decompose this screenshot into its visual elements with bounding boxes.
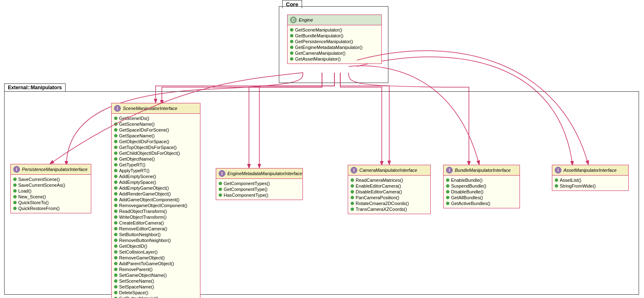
method-item: RemoveParent() (114, 266, 198, 272)
method-item: SetButtonNeighbor() (114, 232, 198, 237)
method-item: EnableBundle() (446, 177, 517, 183)
method-item: AddRenderGameObject() (114, 191, 198, 197)
engine-methods: GetSceneManipulator() GetBundleManipulat… (288, 25, 381, 64)
persistence-manipulator-box: I PersistenceManipulatorInterface SaveCu… (10, 164, 91, 213)
scene-methods: GetSceneIDs() GetSceneName() GetSpaceIDs… (112, 114, 200, 298)
engine-metadata-box: I EngineMetadataManipulatorInterface Get… (216, 168, 303, 200)
bundle-title: BundleManipulatorInterface (455, 168, 511, 173)
method-item: SetGameObjectName() (114, 272, 198, 278)
persistence-methods: SaveCurrentScene() SaveCurrentSceneAs() … (11, 175, 91, 213)
engine-metadata-methods: GetComponentTypes() GetComponentType() H… (216, 179, 302, 200)
method-text: SaveCurrentScene() (18, 177, 60, 182)
engine-class-title: Engine (299, 17, 313, 22)
asset-title: AssetManipulatorInterface (564, 168, 617, 173)
method-item: GetSceneManipulator() (290, 27, 379, 33)
camera-manipulator-box: I CameraManipulatorInterface ReadCameraM… (348, 165, 431, 214)
camera-methods: ReadCameraMatrices() EnableEditorCamera(… (348, 176, 430, 214)
method-item: AddEmptySpace() (114, 179, 198, 185)
method-item: GetSpaceIDsForScene() (114, 127, 198, 133)
method-text: GetSceneManipulator() (295, 27, 342, 32)
asset-manipulator-box: I AssetManipulatorInterface AssetList() … (552, 165, 629, 191)
method-item: GetEngineMetadataManipulator() (290, 44, 379, 50)
method-item: GetCameraManipulator() (290, 50, 379, 56)
method-text: GetEngineMetadataManipulator() (295, 45, 363, 50)
method-item: WriteObjectTransform() (114, 214, 198, 220)
method-dot (290, 40, 293, 43)
method-item: HasComponentType() (219, 192, 300, 198)
diagram-container: Core C Engine GetSceneManipulator() GetB… (0, 0, 644, 298)
method-item: DeleteSpace() (114, 290, 198, 296)
engine-class-box: C Engine GetSceneManipulator() GetBundle… (287, 15, 382, 64)
method-item: GetSceneIDs() (114, 115, 198, 121)
method-item: AddGameObjectComponent() (114, 197, 198, 203)
method-item: GetChildObjectIDsForObject() (114, 150, 198, 156)
persistence-icon: I (13, 166, 20, 173)
method-item: GetComponentType() (219, 186, 300, 192)
method-item: GetActiveBundles() (446, 200, 517, 206)
method-text: GetBundleManipulator() (295, 33, 344, 38)
scene-manipulator-box: I SceneManipulatorInterface GetSceneIDs(… (111, 103, 200, 298)
method-item: RemovegameObjectComponent() (114, 203, 198, 208)
external-manipulators-package: External::Manipulators (4, 91, 639, 295)
method-dot (290, 51, 293, 55)
method-dot (13, 201, 17, 204)
method-item: PanCameraPosition() (351, 195, 428, 200)
method-dot (290, 34, 293, 37)
method-text: SaveCurrentSceneAs() (18, 183, 65, 188)
scene-icon: I (114, 105, 121, 112)
method-dot (13, 195, 17, 198)
asset-header: I AssetManipulatorInterface (552, 165, 628, 176)
engine-metadata-icon: I (219, 170, 225, 177)
method-text: Load() (18, 188, 32, 193)
method-text: QuickRestoreFrom() (18, 206, 60, 211)
external-manipulators-tab: External::Manipulators (4, 83, 66, 91)
method-item: AddEmptyScene() (114, 173, 198, 179)
persistence-title: PersistenceManipulatorInterface (22, 167, 88, 172)
method-item: RotateCmaera2DCoords() (351, 200, 428, 206)
method-item: GetPersistenceManipulator() (290, 39, 379, 44)
bundle-header: I BundleManipulatorInterface (444, 165, 520, 176)
bundle-icon: I (446, 167, 453, 173)
method-dot (13, 207, 17, 210)
method-item: GetTypeRT() (114, 162, 198, 168)
method-item: GetTopObjectIDsForSpace() (114, 144, 198, 150)
method-item: AddEmptyGameObject() (114, 185, 198, 191)
asset-methods: AssetList() StringFromWide() (552, 176, 628, 191)
method-item: GetBundleManipulator() (290, 33, 379, 39)
method-item: AssetList() (555, 177, 626, 183)
method-item: StringFromWide() (555, 183, 626, 189)
method-item: GetAssetManipulator() (290, 56, 379, 62)
method-item: RemoveButtonNeighbor() (114, 237, 198, 243)
camera-title: CameraManipulatorInterface (359, 168, 417, 173)
method-item: SaveCurrentSceneAs() (13, 182, 88, 188)
method-item: SetSceneName() (114, 278, 198, 284)
method-item: TransCameraXZCoords() (351, 206, 428, 212)
method-item: AddParentToGameObject() (114, 261, 198, 266)
method-dot (13, 183, 17, 187)
method-item: GetObjectName() (114, 156, 198, 162)
method-dot (290, 46, 293, 49)
method-item: Load() (13, 188, 88, 194)
method-item: DisableBundle() (446, 189, 517, 195)
method-item: SaveCurrentScene() (13, 176, 88, 182)
method-item: DisableEditorCamera() (351, 189, 428, 195)
method-item: GetObjectIDsForSpace() (114, 139, 198, 144)
method-item: SetCollisionLayer() (114, 249, 198, 255)
engine-metadata-header: I EngineMetadataManipulatorInterface (216, 169, 302, 179)
method-item: GetSpaceName() (114, 133, 198, 139)
method-item: CreateEditorCamera() (114, 220, 198, 226)
method-dot (290, 28, 293, 32)
camera-header: I CameraManipulatorInterface (348, 165, 430, 176)
method-item: SuspendBundle() (446, 183, 517, 189)
persistence-header: I PersistenceManipulatorInterface (11, 164, 91, 175)
method-dot (13, 178, 17, 181)
bundle-methods: EnableBundle() SuspendBundle() DisableBu… (444, 176, 520, 208)
camera-icon: I (351, 167, 357, 173)
method-item: QuickRestoreFrom() (13, 205, 88, 211)
method-item: GetObjectID() (114, 243, 198, 249)
method-item: QuickStoreTo() (13, 200, 88, 205)
method-dot (290, 57, 293, 61)
method-item: EnableEditorCamera() (351, 183, 428, 189)
method-item: GetComponentTypes() (219, 181, 300, 186)
scene-title: SceneManipulatorInterface (123, 106, 177, 111)
